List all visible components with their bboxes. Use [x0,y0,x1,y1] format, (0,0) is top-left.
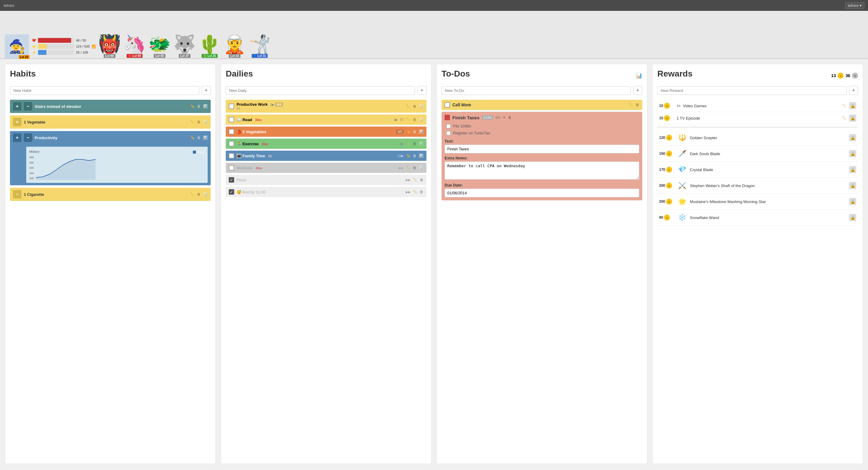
party-member-6[interactable]: 🤺 🔵 Lvl 31 [248,35,271,58]
todos-chart-icon: 📊 [636,72,642,79]
daily-delete-3[interactable]: 🗑 [413,142,416,146]
edit-icon-2[interactable]: ✏️ [190,135,195,140]
reward-buy-4[interactable]: 🔒 [849,166,856,173]
habit-minus-2[interactable]: − [24,133,32,142]
stats-icon-1[interactable]: 📊 [203,120,208,124]
party-avatar-5: 🧝 [223,35,246,53]
daily-stats-2[interactable]: 📊 [419,130,424,134]
daily-streak-7: ▶▶ [406,190,410,194]
daily-edit-6[interactable]: ✏️ [413,178,417,182]
daily-item-2: 🍎 5 Vegetables 3/5 ✏️ 🗑 📊 [226,127,427,137]
daily-add-button[interactable]: + [417,86,427,95]
habit-label-2: Productivity [35,135,188,140]
habit-plus-2[interactable]: + [13,133,22,142]
reward-add-button[interactable]: + [849,86,858,95]
delete-icon-0[interactable]: 🗑 [197,104,201,108]
todo-add-input[interactable] [441,86,631,95]
habit-add-input[interactable] [10,86,199,95]
daily-stats-3[interactable]: 📊 [419,142,424,146]
edit-icon-3[interactable]: ✏️ [190,192,195,196]
habit-plus-0[interactable]: + [13,102,22,111]
party-member-5[interactable]: 🧝 Lvl 33 [223,35,246,58]
subtask-checkbox-0[interactable] [446,124,451,128]
todo-notes-textarea[interactable]: Remember to call CPA on Wednesday [444,161,639,180]
reward-add-input[interactable] [657,86,846,95]
daily-edit-5[interactable]: ✏️ [406,166,410,170]
stats-icon-0[interactable]: 📊 [203,104,208,108]
habit-minus-0[interactable]: − [24,102,32,111]
player-stats: ❤️ 46 / 50 ⭐ 124 / 500 📶 ⚡ 25 / 108 [32,38,96,55]
daily-checkbox-0[interactable] [229,104,234,109]
todo-due-input[interactable] [444,189,639,197]
reward-item-6: 200 ● 🌟 Mustaine's Milestone Mashing Mor… [657,194,858,210]
daily-edit-2[interactable]: ✏️ [406,130,410,134]
reward-buy-7[interactable]: 🔒 [849,214,856,221]
stats-icon-3[interactable]: 📊 [203,192,208,196]
reward-edit-0[interactable]: ✏️ [842,104,846,108]
reward-buy-2[interactable]: 🔒 [849,134,856,141]
reward-edit-1[interactable]: ✏️ [842,116,846,120]
reward-buy-6[interactable]: 🔒 [849,198,856,205]
daily-checkbox-4[interactable] [229,153,234,158]
daily-label-6: Floss [237,178,403,182]
daily-delete-1[interactable]: 🗑 [413,118,416,122]
todo-checkbox-0[interactable] [444,102,450,107]
dailies-header: Dailies [226,69,427,82]
user-dropdown[interactable]: lefnire ▾ [845,2,864,9]
subtask-checkbox-1[interactable] [446,131,451,135]
daily-delete-5[interactable]: 🗑 [413,166,416,170]
todos-header: To-Dos 📊 [441,69,642,82]
reward-buy-5[interactable]: 🔒 [849,182,856,189]
reward-buy-1[interactable]: 🔒 [849,115,856,122]
reward-buy-3[interactable]: 🔒 [849,150,856,157]
daily-delete-0[interactable]: 🗑 [413,104,416,108]
daily-checkbox-7[interactable]: ✓ [229,189,234,195]
daily-stats-0[interactable]: 📊 [419,104,424,108]
habit-plus-1[interactable]: + [13,118,22,126]
todo-x-icon[interactable]: ✕ [503,115,506,120]
daily-stats-5[interactable]: 📊 [419,166,424,170]
daily-delete-2[interactable]: 🗑 [413,130,416,134]
daily-checkbox-3[interactable] [229,141,234,147]
daily-streak-3: 1▶ [399,142,404,146]
daily-edit-3[interactable]: ✏️ [406,142,410,146]
habit-minus-3[interactable]: − [13,190,22,198]
todo-delete-0[interactable]: 🗑 [636,103,639,107]
daily-checkbox-6[interactable]: ✓ [229,177,234,183]
party-member-2[interactable]: 🐲 Lvl 59 [148,35,171,58]
todo-delete-expanded[interactable]: 🗑 [508,115,512,120]
party-member-3[interactable]: 🐺 Lvl 37 [173,35,196,58]
reward-icon-4: 💎 [677,164,687,175]
daily-checkbox-5[interactable] [229,165,234,170]
reward-gold-icon-3: ● [666,151,672,157]
daily-edit-4[interactable]: ✏️ [406,154,410,158]
reward-buy-0[interactable]: 🔒 [849,102,856,109]
todo-edit-0[interactable]: ✏️ [629,103,633,107]
reward-icon-5: ⚔️ [677,180,687,191]
daily-stats-4[interactable]: 📊 [419,154,424,158]
daily-edit-1[interactable]: ✏️ [406,118,410,122]
stats-icon-2[interactable]: 📊 [203,135,208,140]
todo-text-input[interactable] [444,145,639,153]
delete-icon-3[interactable]: 🗑 [197,192,201,196]
daily-checkbox-2[interactable] [229,129,234,134]
edit-icon-0[interactable]: ✏️ [190,104,195,108]
daily-edit-0[interactable]: ✏️ [406,104,410,108]
todo-add-button[interactable]: + [633,86,642,95]
habit-add-button[interactable]: + [202,86,211,95]
daily-delete-4[interactable]: 🗑 [413,154,416,158]
daily-stats-1[interactable]: 📊 [419,118,424,122]
daily-delete-7[interactable]: 🗑 [420,190,424,194]
daily-checkbox-1[interactable] [229,117,234,122]
daily-delete-6[interactable]: 🗑 [420,178,424,182]
delete-icon-1[interactable]: 🗑 [197,120,201,124]
daily-edit-7[interactable]: ✏️ [413,190,417,194]
edit-icon-1[interactable]: ✏️ [190,120,195,124]
party-member-4[interactable]: 🌵 🟢 Lvl 35 [198,35,221,58]
daily-content-1: 📖 Read 30m [237,117,391,122]
daily-add-input[interactable] [226,86,415,95]
party-member-0[interactable]: 👹 Lvl 90 [98,35,121,58]
delete-icon-2[interactable]: 🗑 [197,135,201,140]
party-member-1[interactable]: 🦄 🔴 Lvl 69 [123,35,146,58]
todo-expanded-checkbox[interactable] [444,115,450,120]
